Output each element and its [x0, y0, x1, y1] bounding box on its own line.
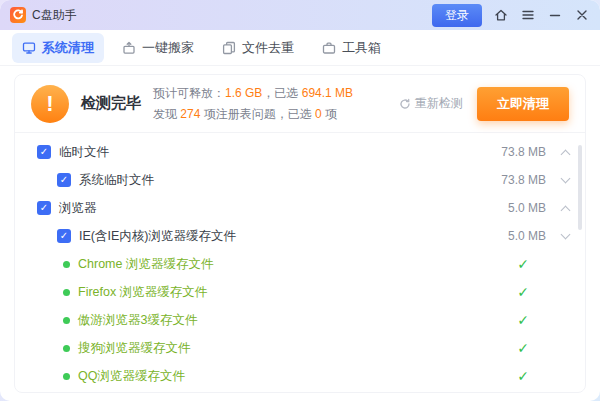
checkbox-checked[interactable] [37, 201, 51, 215]
tab-one-key-move[interactable]: 一键搬家 [112, 33, 204, 63]
close-icon[interactable] [574, 7, 590, 23]
bullet-dot-icon [63, 373, 70, 380]
item-label: 傲游浏览器3缓存文件 [78, 312, 197, 329]
chevron-up-icon[interactable] [561, 149, 571, 159]
checkbox-checked[interactable] [37, 145, 51, 159]
registry-selected-count: 0 [315, 107, 322, 121]
item-size: 73.8 MB [501, 145, 546, 159]
toolbox-icon [322, 41, 336, 55]
menu-icon[interactable] [520, 7, 536, 23]
releasable-size: 1.6 GB [225, 86, 262, 100]
titlebar-controls: 登录 [432, 4, 590, 27]
tab-label: 一键搬家 [142, 39, 194, 57]
check-icon: ✓ [517, 340, 529, 356]
check-icon: ✓ [517, 312, 529, 328]
scan-result-card: ! 检测完毕 预计可释放：1.6 GB，已选 694.1 MB 发现 274 项… [14, 74, 586, 393]
item-label: Firefox 浏览器缓存文件 [78, 284, 207, 301]
app-logo-icon [10, 7, 26, 23]
status-detail: 预计可释放：1.6 GB，已选 694.1 MB 发现 274 项注册表问题，已… [153, 83, 353, 125]
rescan-button[interactable]: 重新检测 [399, 95, 463, 112]
item-size: 5.0 MB [508, 201, 546, 215]
chevron-down-icon[interactable] [561, 229, 571, 239]
list-item-chrome-cache[interactable]: Chrome 浏览器缓存文件 ✓ [15, 250, 585, 278]
cleanup-list: 临时文件 73.8 MB 系统临时文件 73.8 MB 浏览器 5.0 MB [15, 133, 585, 390]
item-label: IE(含IE内核)浏览器缓存文件 [79, 228, 236, 245]
status-actions: 重新检测 立即清理 [399, 87, 569, 121]
item-label: 浏览器 [59, 200, 97, 217]
list-item-ie-cache[interactable]: IE(含IE内核)浏览器缓存文件 5.0 MB [15, 222, 585, 250]
check-icon: ✓ [517, 256, 529, 272]
check-icon: ✓ [517, 284, 529, 300]
list-item-system-temp[interactable]: 系统临时文件 73.8 MB [15, 166, 585, 194]
checkbox-checked[interactable] [57, 173, 71, 187]
status-line-registry: 发现 274 项注册表问题，已选 0 项 [153, 104, 353, 125]
tab-system-clean[interactable]: 系统清理 [12, 33, 104, 63]
checkbox-checked[interactable] [57, 229, 71, 243]
refresh-icon [399, 98, 411, 110]
main-content: ! 检测完毕 预计可释放：1.6 GB，已选 694.1 MB 发现 274 项… [0, 66, 600, 393]
list-item-firefox-cache[interactable]: Firefox 浏览器缓存文件 ✓ [15, 278, 585, 306]
bullet-dot-icon [63, 345, 70, 352]
item-label: Chrome 浏览器缓存文件 [78, 256, 213, 273]
tab-bar: 系统清理 一键搬家 文件去重 工具箱 [0, 30, 600, 66]
chevron-down-icon[interactable] [561, 173, 571, 183]
scrollbar[interactable] [578, 139, 582, 386]
move-icon [122, 41, 136, 55]
app-window: C盘助手 登录 系统清理 一键搬家 [0, 0, 600, 401]
warning-icon: ! [31, 85, 69, 123]
list-item-sogou-cache[interactable]: 搜狗浏览器缓存文件 ✓ [15, 334, 585, 362]
tab-file-dedup[interactable]: 文件去重 [212, 33, 304, 63]
status-summary: ! 检测完毕 预计可释放：1.6 GB，已选 694.1 MB 发现 274 项… [15, 75, 585, 133]
item-label: QQ浏览器缓存文件 [78, 368, 185, 385]
bullet-dot-icon [63, 261, 70, 268]
minimize-icon[interactable] [547, 7, 563, 23]
tab-toolbox[interactable]: 工具箱 [312, 33, 391, 63]
list-item-qq-cache[interactable]: QQ浏览器缓存文件 ✓ [15, 362, 585, 390]
item-label: 搜狗浏览器缓存文件 [78, 340, 191, 357]
chevron-up-icon[interactable] [561, 205, 571, 215]
registry-issue-count: 274 [180, 107, 200, 121]
dedup-icon [222, 41, 236, 55]
list-item-maxthon-cache[interactable]: 傲游浏览器3缓存文件 ✓ [15, 306, 585, 334]
item-label: 系统临时文件 [79, 172, 154, 189]
item-label: 临时文件 [59, 144, 109, 161]
scrollbar-thumb[interactable] [578, 145, 582, 230]
tab-label: 系统清理 [42, 39, 94, 57]
selected-size: 694.1 MB [302, 86, 353, 100]
clean-now-button[interactable]: 立即清理 [477, 87, 569, 121]
status-line-space: 预计可释放：1.6 GB，已选 694.1 MB [153, 83, 353, 104]
app-title: C盘助手 [32, 7, 77, 24]
home-icon[interactable] [493, 7, 509, 23]
tab-label: 工具箱 [342, 39, 381, 57]
status-title: 检测完毕 [81, 94, 141, 113]
titlebar: C盘助手 登录 [0, 0, 600, 30]
check-icon: ✓ [517, 368, 529, 384]
item-size: 5.0 MB [508, 229, 546, 243]
item-size: 73.8 MB [501, 173, 546, 187]
system-clean-icon [22, 41, 36, 55]
bullet-dot-icon [63, 317, 70, 324]
login-button[interactable]: 登录 [432, 4, 482, 27]
bullet-dot-icon [63, 289, 70, 296]
list-group-temp-files[interactable]: 临时文件 73.8 MB [15, 138, 585, 166]
list-group-browser[interactable]: 浏览器 5.0 MB [15, 194, 585, 222]
tab-label: 文件去重 [242, 39, 294, 57]
